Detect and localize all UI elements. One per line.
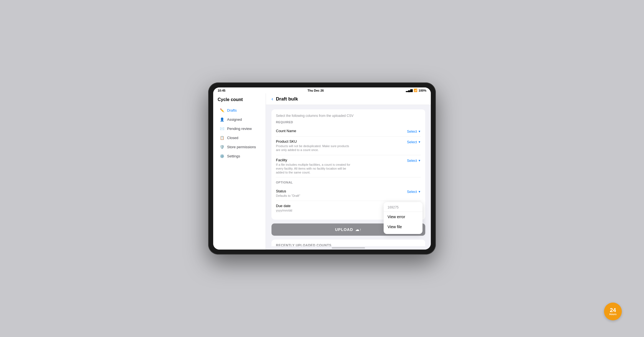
sidebar-item-label-drafts: Drafts — [227, 108, 237, 112]
assigned-icon: 👤 — [220, 117, 224, 122]
sidebar-item-drafts[interactable]: ✏️ Drafts — [215, 106, 263, 115]
pending-review-icon: ✉️ — [220, 126, 224, 131]
select-facility-label: Select — [407, 159, 417, 163]
signal-icon: ▂▄▆ — [406, 89, 412, 92]
timer-number: 24 — [610, 307, 616, 313]
field-desc-product-sku: Products will not be deduplicated. Make … — [276, 144, 354, 152]
select-count-name-label: Select — [407, 129, 417, 134]
field-info-product-sku: Product SKU Products will not be dedupli… — [276, 139, 407, 152]
chevron-down-icon-sku: ▼ — [418, 140, 421, 144]
select-facility[interactable]: Select ▼ — [407, 158, 421, 163]
field-desc-status: Defaults to "Draft" — [276, 194, 354, 198]
dropdown-popup: 169275 View error View file — [384, 202, 422, 234]
recently-title: Recently uploaded counts — [276, 243, 421, 246]
field-name-count-name: Count Name — [276, 129, 407, 133]
csv-subtitle: Select the following columns from the up… — [276, 114, 421, 118]
field-row-facility: Facility If a file includes multiple fac… — [276, 155, 421, 178]
content-scroll[interactable]: Select the following columns from the up… — [266, 105, 431, 246]
field-name-status: Status — [276, 189, 407, 193]
field-name-facility: Facility — [276, 158, 407, 162]
status-bar-right: ▂▄▆ 📶 100% — [406, 89, 426, 92]
sidebar-item-settings[interactable]: ⚙️ Settings — [215, 152, 263, 160]
status-date: Thu Dec 26 — [308, 89, 324, 92]
field-row-status: Status Defaults to "Draft" Select ▼ — [276, 186, 421, 201]
dropdown-view-error[interactable]: View error — [384, 212, 422, 222]
store-permissions-icon: 🛡️ — [220, 145, 224, 149]
select-status[interactable]: Select ▼ — [407, 189, 421, 194]
dropdown-popup-id: 169275 — [384, 204, 422, 212]
field-desc-facility: If a file includes multiple facilities, … — [276, 163, 354, 175]
field-info-count-name: Count Name — [276, 129, 407, 133]
upload-icon: ☁↑ — [355, 227, 362, 232]
main-header: ‹ Draft bulk — [266, 93, 431, 105]
select-product-sku[interactable]: Select ▼ — [407, 139, 421, 144]
battery-status: 100% — [419, 89, 426, 92]
sidebar-item-label-store-permissions: Store permissions — [227, 145, 256, 149]
field-name-product-sku: Product SKU — [276, 139, 407, 144]
sidebar-item-assigned[interactable]: 👤 Assigned — [215, 115, 263, 124]
sidebar-item-label-assigned: Assigned — [227, 117, 242, 122]
sidebar: Cycle count ✏️ Drafts 👤 Assigned ✉️ Pend… — [213, 93, 266, 250]
recently-section: Recently uploaded counts 169275 Midtown_… — [271, 240, 425, 246]
sidebar-item-store-permissions[interactable]: 🛡️ Store permissions — [215, 142, 263, 151]
settings-icon: ⚙️ — [220, 154, 224, 158]
select-status-label: Select — [407, 190, 417, 194]
required-label: Required — [276, 120, 421, 124]
status-bar: 10:45 Thu Dec 26 ▂▄▆ 📶 100% — [213, 87, 431, 93]
sidebar-item-closed[interactable]: 📋 Closed — [215, 133, 263, 142]
sidebar-item-label-closed: Closed — [227, 136, 238, 140]
timer-badge: 24 Hours — [604, 303, 622, 320]
optional-label: Optional — [276, 181, 421, 184]
main-content: ‹ Draft bulk Select the following column… — [266, 93, 431, 250]
field-desc-due-date: yyyy/mm/dd — [276, 208, 354, 212]
chevron-down-icon-facility: ▼ — [418, 159, 421, 162]
field-row-count-name: Count Name Select ▼ — [276, 126, 421, 137]
page-title: Draft bulk — [276, 96, 298, 102]
dropdown-view-file[interactable]: View file — [384, 222, 422, 232]
back-button[interactable]: ‹ — [271, 96, 273, 102]
field-info-facility: Facility If a file includes multiple fac… — [276, 158, 407, 175]
field-info-status: Status Defaults to "Draft" — [276, 189, 407, 198]
select-product-sku-label: Select — [407, 140, 417, 144]
timer-label: Hours — [609, 313, 617, 316]
sidebar-item-label-pending-review: Pending review — [227, 127, 252, 131]
home-indicator — [332, 247, 365, 248]
closed-icon: 📋 — [220, 135, 224, 140]
drafts-icon: ✏️ — [220, 108, 224, 112]
sidebar-item-pending-review[interactable]: ✉️ Pending review — [215, 124, 263, 133]
wifi-icon: 📶 — [414, 89, 417, 92]
field-row-product-sku: Product SKU Products will not be dedupli… — [276, 137, 421, 155]
upload-label: UPLOAD — [335, 227, 353, 232]
sidebar-title: Cycle count — [213, 97, 266, 105]
chevron-down-icon: ▼ — [418, 130, 421, 133]
sidebar-item-label-settings: Settings — [227, 154, 240, 158]
select-count-name[interactable]: Select ▼ — [407, 129, 421, 134]
status-time: 10:45 — [218, 89, 225, 92]
chevron-down-icon-status: ▼ — [418, 190, 421, 193]
